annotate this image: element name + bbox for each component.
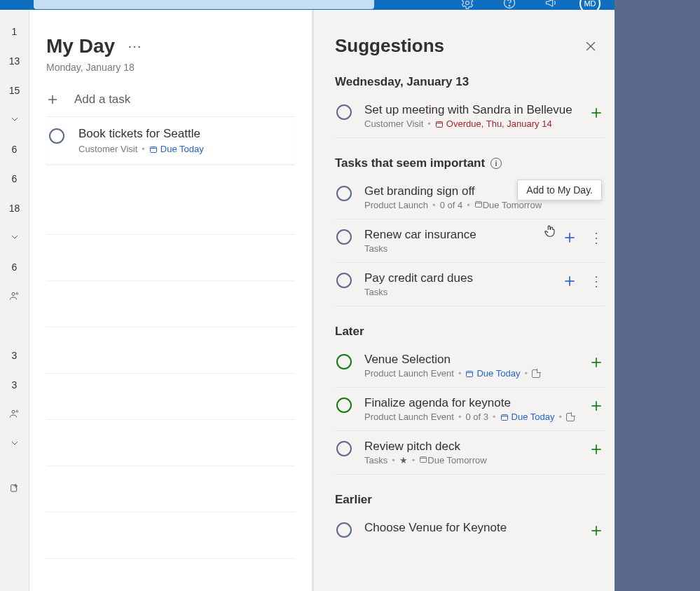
suggestion-item[interactable]: Finalize agenda for keynoteProduct Launc… (335, 388, 605, 431)
suggestion-title: Set up meeting with Sandra in Bellevue (364, 103, 577, 117)
complete-radio[interactable] (336, 522, 352, 538)
suggestion-meta: Product Launch Event • Due Today • (364, 368, 577, 379)
calendar-icon (500, 413, 509, 421)
sidebar-cell[interactable]: 15 (0, 76, 29, 105)
complete-radio[interactable] (336, 104, 352, 120)
calendar-icon (419, 455, 427, 463)
task-row[interactable]: Book tickets for Seattle Customer Visit … (46, 116, 295, 165)
complete-radio[interactable] (336, 186, 352, 201)
suggestion-item[interactable]: Set up meeting with Sandra in BellevueCu… (335, 95, 605, 138)
suggestion-title: Choose Venue for Keynote (364, 521, 577, 535)
svg-point-1 (505, 0, 515, 8)
calendar-icon (149, 145, 158, 154)
suggestion-item[interactable]: Pay credit card duesTasks⋮ (335, 263, 605, 306)
calendar-icon (465, 369, 474, 378)
task-list-name: Customer Visit (78, 144, 137, 154)
sidebar-cell[interactable]: 18 (0, 193, 29, 223)
due-chip: Due Today (149, 144, 204, 154)
suggestion-title: Review pitch deck (364, 440, 577, 454)
complete-radio[interactable] (49, 128, 64, 144)
svg-rect-32 (501, 414, 507, 420)
suggestions-pane: Suggestions Wednesday, January 13Set up … (314, 10, 615, 591)
sidebar-count: 18 (0, 203, 29, 214)
sidebar-cell[interactable]: 1 (0, 17, 29, 46)
sidebar-cell[interactable]: 6 (0, 164, 29, 193)
suggestion-title: Venue Selection (364, 353, 577, 367)
sidebar-count: 13 (0, 55, 29, 67)
add-to-my-day-button[interactable] (563, 274, 577, 288)
svg-point-2 (509, 6, 509, 6)
suggestion-meta: Product Launch • 0 of 4 • Due Tomorrow (364, 200, 550, 210)
add-to-my-day-button[interactable] (589, 524, 603, 538)
due-chip: Overdue, Thu, January 14 (435, 118, 552, 129)
svg-point-4 (16, 292, 18, 294)
svg-rect-36 (420, 457, 427, 463)
my-day-pane: My Day ⋯ Monday, January 18 Add a task B… (29, 10, 314, 591)
sidebar-cell[interactable] (0, 223, 29, 252)
plus-icon (46, 93, 59, 106)
sidebar-cell[interactable]: 6 (0, 252, 29, 282)
complete-radio[interactable] (336, 354, 352, 369)
sidebar-cell[interactable]: 3 (0, 341, 29, 370)
more-options-icon[interactable]: ⋯ (128, 39, 143, 53)
suggestion-item[interactable]: Venue SelectionProduct Launch Event • Du… (335, 344, 605, 388)
sidebar-cell[interactable]: 6 (0, 135, 29, 164)
sidebar: 113156618633 (0, 10, 29, 591)
add-to-my-day-button[interactable] (589, 442, 603, 456)
sidebar-icon (9, 437, 20, 451)
more-options-icon[interactable]: ⋮ (589, 231, 603, 245)
search-input[interactable] (34, 0, 374, 9)
sidebar-count: 3 (0, 379, 29, 390)
more-options-icon[interactable]: ⋮ (589, 274, 603, 288)
close-icon[interactable] (584, 39, 598, 53)
add-task-row[interactable]: Add a task (46, 93, 295, 107)
suggestion-group-header: Tasks that seem importanti (335, 156, 605, 170)
task-title: Book tickets for Seattle (78, 127, 204, 141)
help-icon[interactable] (502, 0, 516, 10)
suggestion-group-header: Earlier (335, 493, 605, 507)
sidebar-cell[interactable]: 13 (0, 46, 29, 76)
sidebar-count: 6 (0, 144, 29, 155)
gear-icon[interactable] (460, 0, 474, 10)
add-task-label: Add a task (74, 93, 130, 107)
sidebar-count: 3 (0, 350, 29, 361)
top-bar: MD (0, 0, 615, 10)
svg-point-0 (466, 1, 469, 5)
svg-point-3 (12, 292, 15, 295)
suggestion-item[interactable]: Renew car insuranceTasks⋮ (335, 219, 605, 263)
sidebar-count: 1 (0, 26, 29, 37)
sidebar-cell[interactable] (0, 105, 29, 135)
sidebar-cell[interactable] (0, 282, 29, 311)
tooltip: Add to My Day. (517, 179, 602, 201)
megaphone-icon[interactable] (544, 0, 558, 10)
new-list-icon[interactable] (0, 474, 29, 503)
svg-rect-16 (436, 121, 442, 127)
note-icon (566, 413, 575, 421)
add-to-my-day-button[interactable] (563, 231, 577, 245)
complete-radio[interactable] (336, 441, 352, 456)
suggestions-title: Suggestions (335, 35, 605, 57)
suggestion-meta: Customer Visit • Overdue, Thu, January 1… (364, 118, 577, 129)
suggestion-item[interactable]: Choose Venue for Keynote (335, 512, 605, 546)
svg-rect-28 (467, 371, 473, 376)
sidebar-cell[interactable]: 3 (0, 370, 29, 400)
suggestion-title: Renew car insurance (364, 228, 550, 242)
add-to-my-day-button[interactable] (589, 355, 603, 369)
sidebar-cell[interactable] (0, 311, 29, 341)
sidebar-cell[interactable] (0, 400, 29, 429)
complete-radio[interactable] (336, 273, 352, 288)
sidebar-count: 6 (0, 173, 29, 184)
add-to-my-day-button[interactable] (589, 106, 603, 120)
add-to-my-day-button[interactable] (589, 399, 603, 413)
sidebar-icon (9, 290, 20, 304)
complete-radio[interactable] (336, 229, 352, 245)
svg-point-5 (12, 410, 15, 413)
page-title: My Day (46, 35, 115, 57)
due-chip: Due Tomorrow (474, 200, 542, 210)
sidebar-cell[interactable] (0, 429, 29, 458)
complete-radio[interactable] (336, 398, 352, 413)
due-chip: Due Tomorrow (419, 455, 486, 466)
suggestion-meta: Tasks (364, 287, 550, 297)
suggestion-item[interactable]: Review pitch deckTasks • ★ • Due Tomorro… (335, 431, 605, 475)
info-icon[interactable]: i (490, 158, 502, 169)
